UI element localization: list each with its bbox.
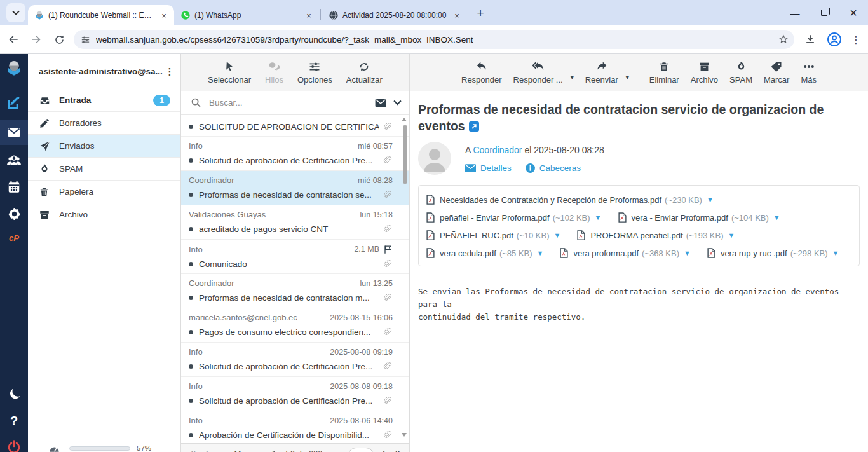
reply-all-button[interactable]: Responder ... [513, 60, 563, 85]
tab-actividad[interactable]: Actividad 2025-08-20 08:00:00 × [322, 5, 467, 25]
account-menu-button[interactable]: ⋮ [164, 66, 175, 78]
message-list-item[interactable]: Info 2025-08-08 09:18 Solicitud de aprob… [181, 377, 409, 411]
select-button[interactable]: Seleccionar [208, 60, 251, 85]
message-list-item[interactable]: Coordinador mié 08:28 Proformas de neces… [181, 171, 409, 205]
site-settings-icon [80, 34, 91, 45]
refresh-button[interactable]: Actualizar [346, 60, 383, 85]
attachment-size: (~368 KB) [642, 249, 679, 258]
message-list-item[interactable]: Info 2.1 MB Comunicado [181, 240, 409, 274]
reload-button[interactable] [50, 30, 69, 49]
folder-borradores[interactable]: Borradores [28, 112, 180, 135]
rail-cpanel-button[interactable]: cP [0, 233, 28, 243]
attachment-menu-caret[interactable]: ▼ [684, 249, 691, 257]
options-button[interactable]: Opciones [297, 60, 332, 85]
tab-close-icon[interactable]: × [159, 10, 169, 20]
scrollbar-thumb[interactable] [403, 125, 407, 184]
recipient-link[interactable]: Coordinador [473, 145, 522, 155]
attachment-menu-caret[interactable]: ▼ [595, 214, 602, 221]
back-button[interactable] [4, 30, 23, 49]
tab-close-icon[interactable]: × [304, 10, 314, 20]
bookmark-star-icon[interactable] [778, 34, 789, 45]
message-list-item[interactable]: Info 2025-08-08 09:19 Solicitud de aprob… [181, 343, 409, 377]
rail-logout-button[interactable] [0, 439, 28, 452]
attachment-menu-caret[interactable]: ▼ [554, 231, 561, 239]
attachment-item[interactable]: vera proforma.pdf (~368 KB) ▼ [560, 248, 690, 258]
reply-button[interactable]: Responder [461, 60, 502, 85]
profile-avatar-button[interactable] [825, 30, 844, 49]
threads-button[interactable]: Hilos [265, 60, 283, 85]
last-page-button[interactable]: » [395, 448, 401, 452]
chevron-down-icon [12, 10, 20, 15]
message-list-item[interactable]: Info mié 08:57 Solicitud de aprobación d… [181, 137, 409, 171]
rail-contacts-button[interactable] [0, 153, 28, 169]
attachment-menu-caret[interactable]: ▼ [832, 249, 839, 257]
rail-compose-button[interactable] [0, 95, 28, 111]
reply-all-menu-caret[interactable]: ▾ [571, 74, 574, 81]
account-header[interactable]: asistente-administrativo@sa... ⋮ [28, 54, 180, 89]
tab-whatsapp[interactable]: (1) WhatsApp × [174, 5, 319, 25]
downloads-button[interactable] [801, 30, 820, 49]
forward-button[interactable] [27, 30, 46, 49]
window-minimize-button[interactable]: — [780, 0, 810, 25]
attachment-item[interactable]: PROFORMA peñafiel.pdf (~193 KB) ▼ [577, 230, 735, 240]
attachment-item[interactable]: PEÑAFIEL RUC.pdf (~10 KB) ▼ [426, 230, 560, 240]
rail-darkmode-button[interactable] [0, 387, 28, 401]
rail-mail-button[interactable] [0, 125, 28, 140]
browser-menu-button[interactable]: ⋮ [849, 30, 863, 49]
url-text: webmail.sanjuan.gob.ec/cpsess6426731059/… [96, 35, 778, 45]
page-number-input[interactable] [348, 448, 374, 452]
search-input[interactable] [208, 97, 374, 108]
attachment-menu-caret[interactable]: ▼ [728, 231, 735, 239]
message-list-item[interactable]: maricela.santos@cnel.gob.ec 2025-08-15 1… [181, 308, 409, 343]
tab-search-button[interactable] [6, 3, 25, 22]
archive-button[interactable]: Archivo [691, 60, 718, 85]
tab-roundcube[interactable]: (1) Roundcube Webmail :: Envia × [28, 5, 174, 25]
forward-button-mail[interactable]: Reenviar [585, 60, 618, 85]
folder-spam[interactable]: SPAM [28, 158, 180, 181]
message-list-item[interactable]: Info 2025-08-06 14:40 Aprobación de Cert… [181, 411, 409, 446]
headers-toggle[interactable]: Cabeceras [526, 163, 581, 173]
tab-title: Actividad 2025-08-20 08:00:00 [342, 11, 448, 20]
scrollbar-down-arrow[interactable] [402, 433, 407, 437]
attachment-item[interactable]: vera rup y ruc .pdf (~298 KB) ▼ [707, 248, 839, 258]
delete-button[interactable]: Eliminar [649, 60, 679, 85]
mark-button[interactable]: Marcar [764, 60, 789, 85]
new-tab-button[interactable]: + [472, 5, 489, 22]
message-list-item[interactable]: SOLICITUD DE APROBACION DE CERTIFICA... [181, 115, 409, 137]
paperclip-icon [383, 155, 393, 165]
attachment-item[interactable]: peñafiel - Enviar Proforma.pdf (~102 KB)… [426, 212, 602, 223]
attachment-menu-caret[interactable]: ▼ [773, 214, 780, 221]
tab-close-icon[interactable]: × [452, 10, 462, 20]
scrollbar-up-arrow[interactable] [402, 118, 407, 121]
window-restore-button[interactable] [810, 0, 839, 25]
attachment-list: Necesidades de Contratación y Recepción … [418, 185, 860, 266]
rail-settings-button[interactable] [0, 207, 28, 221]
message-list-item[interactable]: Validaciones Guayas lun 15:18 acreditado… [181, 205, 409, 240]
attachment-menu-caret[interactable]: ▼ [707, 196, 714, 203]
message-list-item[interactable]: Coordinador lun 13:25 Proformas de neces… [181, 274, 409, 308]
folder-papelera[interactable]: Papelera [28, 181, 180, 203]
attachment-item[interactable]: vera - Enviar Proforma.pdf (~104 KB) ▼ [618, 212, 780, 223]
url-field[interactable]: webmail.sanjuan.gob.ec/cpsess6426731059/… [74, 30, 794, 49]
next-page-button[interactable]: › [383, 448, 386, 452]
folder-enviados[interactable]: Enviados [28, 135, 180, 158]
folder-entrada[interactable]: Entrada 1 [28, 89, 180, 112]
attachment-item[interactable]: vera cedula.pdf (~85 KB) ▼ [426, 248, 543, 258]
search-options-chevron-icon[interactable] [393, 100, 402, 106]
folder-archivo[interactable]: Archivo [28, 203, 180, 226]
details-toggle[interactable]: Detalles [465, 163, 512, 173]
attachment-item[interactable]: Necesidades de Contratación y Recepción … [426, 195, 714, 205]
forward-menu-caret[interactable]: ▾ [626, 74, 629, 81]
roundcube-logo[interactable] [0, 59, 28, 77]
open-in-new-window-icon[interactable] [469, 121, 479, 132]
more-button[interactable]: Más [801, 60, 817, 85]
prev-page-button[interactable]: ‹ [205, 448, 208, 452]
window-close-button[interactable]: × [839, 0, 868, 25]
spam-button[interactable]: SPAM [729, 60, 752, 85]
rail-help-button[interactable]: ? [0, 414, 28, 428]
first-page-button[interactable]: « [190, 448, 196, 452]
trash-icon [658, 60, 670, 73]
search-scope-mail-icon[interactable] [374, 98, 387, 108]
rail-calendar-button[interactable] [0, 180, 28, 194]
attachment-menu-caret[interactable]: ▼ [537, 249, 544, 257]
